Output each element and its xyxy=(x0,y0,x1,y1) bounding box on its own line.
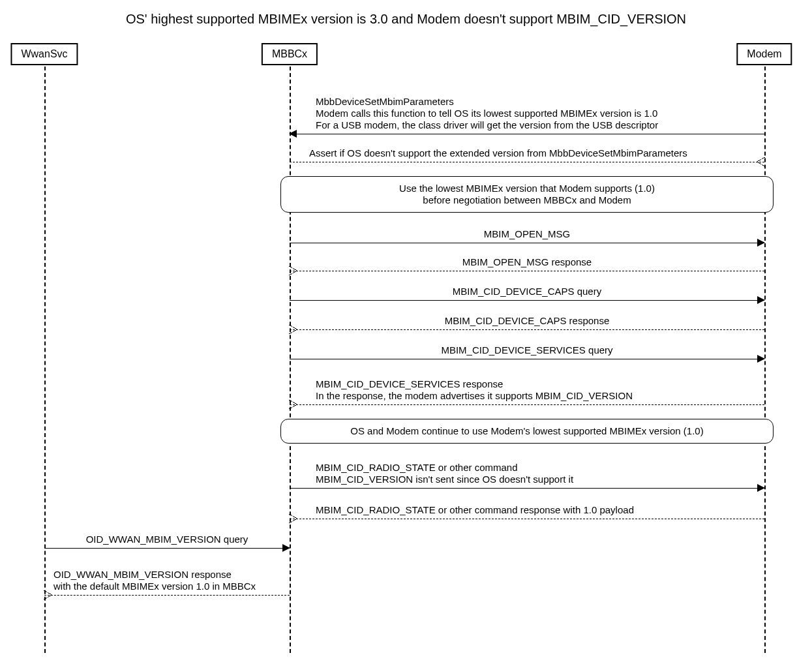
msg-label: MBIM_CID_DEVICE_SERVICES response In the… xyxy=(316,378,633,402)
note-use-lowest: Use the lowest MBIMEx version that Modem… xyxy=(280,176,774,213)
diagram-title: OS' highest supported MBIMEx version is … xyxy=(0,12,812,27)
actor-wwansvc: WwanSvc xyxy=(10,43,78,65)
msg-label: MBIM_OPEN_MSG response xyxy=(462,256,592,268)
msg-label: OID_WWAN_MBIM_VERSION response with the … xyxy=(53,569,256,592)
msg-label: MBIM_OPEN_MSG xyxy=(484,228,571,240)
sequence-diagram: OS' highest supported MBIMEx version is … xyxy=(0,0,812,666)
lifeline-wwansvc xyxy=(44,67,46,653)
actor-mbbcx: MBBCx xyxy=(262,43,318,65)
msg-label: MBIM_CID_RADIO_STATE or other command MB… xyxy=(316,462,573,485)
msg-label: MBIM_CID_RADIO_STATE or other command re… xyxy=(316,504,634,516)
msg-label: MBIM_CID_DEVICE_CAPS response xyxy=(445,315,610,327)
msg-label: OID_WWAN_MBIM_VERSION query xyxy=(86,534,248,545)
msg-label: MBIM_CID_DEVICE_CAPS query xyxy=(453,286,601,297)
note-continue: OS and Modem continue to use Modem's low… xyxy=(280,419,774,444)
msg-label: MBIM_CID_DEVICE_SERVICES query xyxy=(441,344,612,356)
actor-modem: Modem xyxy=(736,43,792,65)
msg-label: Assert if OS doesn't support the extende… xyxy=(309,147,687,159)
msg-label: MbbDeviceSetMbimParameters Modem calls t… xyxy=(316,96,658,131)
lifeline-mbbcx xyxy=(290,67,291,653)
